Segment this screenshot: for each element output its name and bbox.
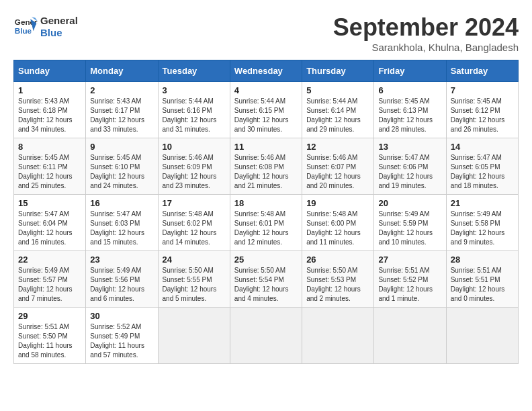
table-row: 18 Sunrise: 5:48 AMSunset: 6:01 PMDaylig… — [230, 195, 302, 251]
table-row: 15 Sunrise: 5:47 AMSunset: 6:04 PMDaylig… — [14, 195, 86, 251]
day-number: 12 — [306, 142, 369, 152]
day-number: 6 — [378, 85, 441, 95]
table-row: 8 Sunrise: 5:45 AMSunset: 6:11 PMDayligh… — [14, 138, 86, 195]
day-number: 15 — [18, 198, 81, 208]
table-row: 4 Sunrise: 5:44 AMSunset: 6:15 PMDayligh… — [230, 82, 302, 138]
day-details: Sunrise: 5:50 AMSunset: 5:54 PMDaylight:… — [234, 267, 289, 302]
day-details: Sunrise: 5:46 AMSunset: 6:08 PMDaylight:… — [234, 154, 289, 189]
month-year-title: September 2024 — [333, 13, 519, 42]
table-row: 24 Sunrise: 5:50 AMSunset: 5:55 PMDaylig… — [158, 251, 230, 308]
day-number: 16 — [90, 198, 153, 208]
day-number: 7 — [451, 85, 514, 95]
day-details: Sunrise: 5:51 AMSunset: 5:50 PMDaylight:… — [18, 323, 73, 359]
day-number: 5 — [306, 85, 369, 95]
day-number: 17 — [163, 198, 226, 208]
day-number: 28 — [451, 255, 514, 265]
table-row: 9 Sunrise: 5:45 AMSunset: 6:10 PMDayligh… — [86, 138, 158, 195]
table-row: 6 Sunrise: 5:45 AMSunset: 6:13 PMDayligh… — [374, 82, 446, 138]
calendar-table: Sunday Monday Tuesday Wednesday Thursday… — [13, 60, 519, 364]
day-number: 4 — [234, 85, 298, 95]
calendar-week-row: 1 Sunrise: 5:43 AMSunset: 6:18 PMDayligh… — [14, 82, 519, 138]
table-row: 14 Sunrise: 5:47 AMSunset: 6:05 PMDaylig… — [446, 138, 518, 195]
logo-text-blue: Blue — [40, 27, 78, 39]
day-number: 21 — [451, 198, 514, 208]
day-number: 14 — [451, 142, 514, 152]
day-details: Sunrise: 5:44 AMSunset: 6:16 PMDaylight:… — [163, 97, 217, 133]
table-row: 10 Sunrise: 5:46 AMSunset: 6:09 PMDaylig… — [158, 138, 230, 195]
day-details: Sunrise: 5:44 AMSunset: 6:14 PMDaylight:… — [306, 97, 361, 133]
day-details: Sunrise: 5:46 AMSunset: 6:09 PMDaylight:… — [163, 154, 217, 189]
day-number: 24 — [163, 255, 226, 265]
day-details: Sunrise: 5:51 AMSunset: 5:51 PMDaylight:… — [451, 267, 505, 302]
calendar-week-row: 22 Sunrise: 5:49 AMSunset: 5:57 PMDaylig… — [14, 251, 519, 308]
table-row: 7 Sunrise: 5:45 AMSunset: 6:12 PMDayligh… — [446, 82, 518, 138]
day-number: 8 — [18, 142, 81, 152]
day-details: Sunrise: 5:50 AMSunset: 5:55 PMDaylight:… — [163, 267, 217, 302]
day-details: Sunrise: 5:45 AMSunset: 6:11 PMDaylight:… — [18, 154, 73, 189]
day-number: 20 — [378, 198, 441, 208]
logo: General Blue General Blue — [13, 13, 78, 39]
calendar-header-row: Sunday Monday Tuesday Wednesday Thursday… — [14, 60, 519, 82]
calendar-week-row: 29 Sunrise: 5:51 AMSunset: 5:50 PMDaylig… — [14, 308, 519, 364]
table-row: 3 Sunrise: 5:44 AMSunset: 6:16 PMDayligh… — [158, 82, 230, 138]
day-details: Sunrise: 5:45 AMSunset: 6:12 PMDaylight:… — [451, 97, 505, 133]
day-details: Sunrise: 5:47 AMSunset: 6:03 PMDaylight:… — [90, 210, 144, 246]
day-details: Sunrise: 5:47 AMSunset: 6:05 PMDaylight:… — [451, 154, 505, 189]
day-details: Sunrise: 5:45 AMSunset: 6:10 PMDaylight:… — [90, 154, 144, 189]
page-header: General Blue General Blue September 2024… — [13, 13, 519, 53]
day-details: Sunrise: 5:49 AMSunset: 5:57 PMDaylight:… — [18, 267, 73, 302]
day-details: Sunrise: 5:47 AMSunset: 6:06 PMDaylight:… — [378, 154, 433, 189]
day-details: Sunrise: 5:44 AMSunset: 6:15 PMDaylight:… — [234, 97, 289, 133]
table-row: 28 Sunrise: 5:51 AMSunset: 5:51 PMDaylig… — [446, 251, 518, 308]
day-details: Sunrise: 5:51 AMSunset: 5:52 PMDaylight:… — [378, 267, 433, 302]
table-row: 29 Sunrise: 5:51 AMSunset: 5:50 PMDaylig… — [14, 308, 86, 364]
day-details: Sunrise: 5:50 AMSunset: 5:53 PMDaylight:… — [306, 267, 361, 302]
calendar-week-row: 15 Sunrise: 5:47 AMSunset: 6:04 PMDaylig… — [14, 195, 519, 251]
day-number: 11 — [234, 142, 298, 152]
day-details: Sunrise: 5:47 AMSunset: 6:04 PMDaylight:… — [18, 210, 73, 246]
table-row: 13 Sunrise: 5:47 AMSunset: 6:06 PMDaylig… — [374, 138, 446, 195]
day-number: 25 — [234, 255, 298, 265]
col-wednesday: Wednesday — [230, 60, 302, 82]
col-sunday: Sunday — [14, 60, 86, 82]
logo-icon: General Blue — [13, 14, 38, 38]
day-details: Sunrise: 5:43 AMSunset: 6:17 PMDaylight:… — [90, 97, 144, 133]
day-number: 29 — [18, 311, 81, 321]
day-details: Sunrise: 5:46 AMSunset: 6:07 PMDaylight:… — [306, 154, 361, 189]
day-details: Sunrise: 5:48 AMSunset: 6:02 PMDaylight:… — [163, 210, 217, 246]
calendar-week-row: 8 Sunrise: 5:45 AMSunset: 6:11 PMDayligh… — [14, 138, 519, 195]
table-row: 16 Sunrise: 5:47 AMSunset: 6:03 PMDaylig… — [86, 195, 158, 251]
table-row: 12 Sunrise: 5:46 AMSunset: 6:07 PMDaylig… — [302, 138, 374, 195]
table-row: 30 Sunrise: 5:52 AMSunset: 5:49 PMDaylig… — [86, 308, 158, 364]
table-row: 11 Sunrise: 5:46 AMSunset: 6:08 PMDaylig… — [230, 138, 302, 195]
day-number: 1 — [18, 85, 81, 95]
table-row: 17 Sunrise: 5:48 AMSunset: 6:02 PMDaylig… — [158, 195, 230, 251]
table-row: 2 Sunrise: 5:43 AMSunset: 6:17 PMDayligh… — [86, 82, 158, 138]
day-details: Sunrise: 5:49 AMSunset: 5:59 PMDaylight:… — [378, 210, 433, 246]
day-number: 3 — [163, 85, 226, 95]
table-row — [374, 308, 446, 364]
table-row: 27 Sunrise: 5:51 AMSunset: 5:52 PMDaylig… — [374, 251, 446, 308]
day-details: Sunrise: 5:45 AMSunset: 6:13 PMDaylight:… — [378, 97, 433, 133]
day-number: 19 — [306, 198, 369, 208]
table-row — [158, 308, 230, 364]
day-number: 2 — [90, 85, 153, 95]
day-number: 10 — [163, 142, 226, 152]
day-details: Sunrise: 5:43 AMSunset: 6:18 PMDaylight:… — [18, 97, 73, 133]
day-details: Sunrise: 5:49 AMSunset: 5:56 PMDaylight:… — [90, 267, 144, 302]
day-number: 26 — [306, 255, 369, 265]
location-subtitle: Sarankhola, Khulna, Bangladesh — [333, 42, 519, 53]
table-row — [446, 308, 518, 364]
table-row — [230, 308, 302, 364]
day-details: Sunrise: 5:48 AMSunset: 6:00 PMDaylight:… — [306, 210, 361, 246]
table-row: 21 Sunrise: 5:49 AMSunset: 5:58 PMDaylig… — [446, 195, 518, 251]
table-row: 26 Sunrise: 5:50 AMSunset: 5:53 PMDaylig… — [302, 251, 374, 308]
day-number: 27 — [378, 255, 441, 265]
day-number: 13 — [378, 142, 441, 152]
col-monday: Monday — [86, 60, 158, 82]
table-row: 25 Sunrise: 5:50 AMSunset: 5:54 PMDaylig… — [230, 251, 302, 308]
day-number: 30 — [90, 311, 153, 321]
table-row: 5 Sunrise: 5:44 AMSunset: 6:14 PMDayligh… — [302, 82, 374, 138]
day-number: 18 — [234, 198, 298, 208]
day-details: Sunrise: 5:48 AMSunset: 6:01 PMDaylight:… — [234, 210, 289, 246]
